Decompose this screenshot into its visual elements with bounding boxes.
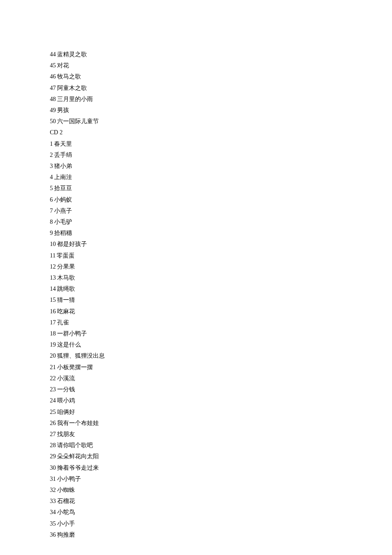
track-title: 小毛驴 [54,219,72,225]
track-line: 22小溪流 [50,373,392,384]
track-title: 阿童木之歌 [57,85,87,91]
track-title: 丢手绢 [54,152,72,158]
track-title: 吃麻花 [57,308,75,315]
track-line: 5拾豆豆 [50,183,392,194]
track-number: 45 [50,62,56,69]
track-title: 小蜘蛛 [57,487,75,493]
track-title: 跳绳歌 [57,286,75,292]
track-title: 狗推磨 [57,532,75,538]
track-line: 44蓝精灵之歌 [50,49,392,60]
track-line: 26我有一个布娃娃 [50,418,392,429]
track-number: 9 [50,230,53,236]
track-title: 三月里的小雨 [57,96,93,102]
track-title: 猜一猜 [57,297,75,303]
track-number: 33 [50,498,56,504]
track-line: 9拾稻穗 [50,228,392,239]
track-line: 47阿童木之歌 [50,83,392,94]
track-line: 23一分钱 [50,384,392,395]
track-number: 30 [50,465,56,471]
track-title: 拾豆豆 [54,185,72,191]
track-number: 21 [50,364,56,370]
cd-section-line: CD 2 [50,127,392,138]
track-title: 春天里 [54,141,72,147]
track-number: 15 [50,297,56,303]
track-title: 猪小弟 [54,163,72,169]
track-title: 请你唱个歌吧 [57,442,93,448]
track-number: 1 [50,141,53,147]
track-line: 16吃麻花 [50,306,392,317]
track-number: 47 [50,85,56,91]
track-number: 4 [50,174,53,180]
track-number: 13 [50,275,56,281]
track-title: 木马歌 [57,275,75,281]
track-title: 找朋友 [57,431,75,437]
track-title: 朵朵鲜花向太阳 [57,453,99,460]
track-number: 31 [50,476,56,482]
track-line: 36狗推磨 [50,529,392,541]
track-line: 21小板凳摆一摆 [50,362,392,373]
track-title: 我有一个布娃娃 [57,420,99,426]
track-line: 28请你唱个歌吧 [50,440,392,451]
track-line: 2丢手绢 [50,150,392,161]
track-number: 10 [50,241,56,247]
track-line: 35小小手 [50,518,392,529]
track-title: 蓝精灵之歌 [57,51,87,58]
track-line: 20狐狸、狐狸没出息 [50,350,392,361]
track-number: 29 [50,453,56,460]
track-line: 32小蜘蛛 [50,485,392,496]
track-line: 33石榴花 [50,496,392,507]
track-title: 狐狸、狐狸没出息 [57,353,105,359]
track-number: 5 [50,185,53,191]
track-number: 16 [50,308,56,315]
track-number: 50 [50,118,56,124]
track-title: 上南洼 [54,174,72,180]
track-title: 小板凳摆一摆 [57,364,93,370]
track-title: 小鸵鸟 [57,509,75,515]
track-line: 13木马歌 [50,272,392,283]
track-line: 11零蛋蛋 [50,250,392,261]
track-number: 14 [50,286,56,292]
cd-section-header: CD 2 [50,129,63,136]
track-number: 26 [50,420,56,426]
track-title: 拾稻穗 [54,230,72,236]
track-line: 50六一国际儿童节 [50,116,392,127]
track-line: 7小燕子 [50,205,392,217]
track-number: 11 [50,252,55,259]
track-title: 小溪流 [57,375,75,382]
track-number: 3 [50,163,53,169]
track-title: 一分钱 [57,386,75,393]
track-number: 46 [50,73,56,80]
track-title: 咱俩好 [57,409,75,415]
track-title: 六一国际儿童节 [57,118,99,124]
track-title: 小小手 [57,520,75,527]
track-number: 22 [50,375,56,382]
track-line: 25咱俩好 [50,407,392,418]
track-number: 28 [50,442,56,448]
track-number: 19 [50,341,56,348]
track-title: 牧马之歌 [57,73,81,80]
track-listing: 44蓝精灵之歌45对花46牧马之歌47阿童木之歌48三月里的小雨49男孩50六一… [50,49,392,541]
track-number: 49 [50,107,56,113]
track-line: 12分果果 [50,261,392,272]
track-title: 小蚂蚁 [54,197,72,203]
track-number: 17 [50,319,56,326]
track-line: 29朵朵鲜花向太阳 [50,451,392,462]
track-line: 19这是什么 [50,339,392,350]
track-line: 18一群小鸭子 [50,328,392,339]
track-title: 男孩 [57,107,69,113]
track-line: 49男孩 [50,105,392,116]
track-number: 32 [50,487,56,493]
track-line: 4上南洼 [50,172,392,183]
track-title: 分果果 [57,263,75,270]
track-number: 24 [50,397,56,404]
track-line: 45对花 [50,60,392,71]
track-number: 6 [50,197,53,203]
track-line: 10都是好孩子 [50,239,392,250]
track-number: 34 [50,509,56,515]
track-line: 30搀着爷爷走过来 [50,462,392,474]
track-number: 8 [50,219,53,225]
track-line: 31小小鸭子 [50,474,392,485]
track-line: 48三月里的小雨 [50,94,392,105]
track-number: 44 [50,51,56,58]
track-title: 对花 [57,62,69,69]
